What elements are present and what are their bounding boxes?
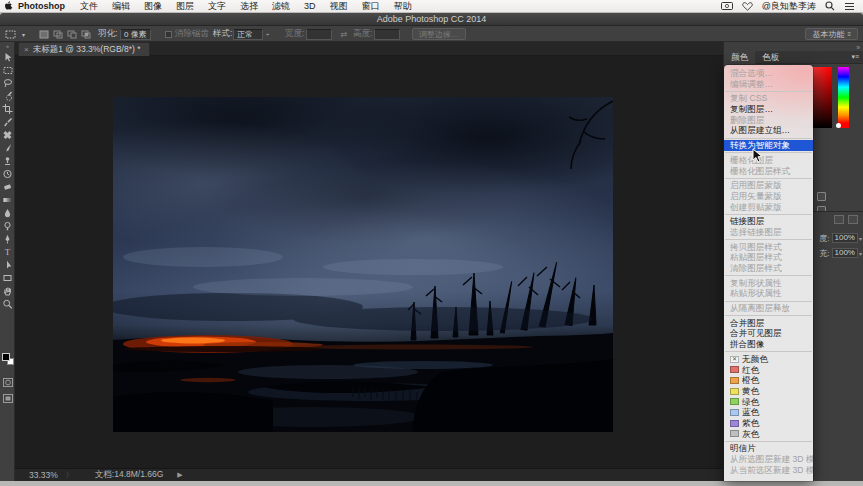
width-input[interactable] bbox=[306, 29, 332, 40]
context-menu-item-30[interactable]: 合并可见图层 bbox=[724, 328, 813, 339]
feather-input[interactable]: 0 像素 bbox=[120, 29, 151, 40]
menubar-username[interactable]: @良知塾李涛 bbox=[762, 0, 816, 13]
menubar-item-1[interactable]: 编辑 bbox=[112, 1, 130, 11]
zoom-level-field[interactable]: 33.33% bbox=[29, 470, 58, 480]
hue-ramp[interactable] bbox=[838, 67, 849, 128]
lasso-tool-icon[interactable] bbox=[0, 76, 15, 89]
gradient-tool-icon[interactable] bbox=[0, 193, 15, 206]
status-menu-arrow-icon[interactable]: ▶ bbox=[177, 471, 182, 479]
context-menu-item-40[interactable]: 灰色 bbox=[724, 429, 813, 440]
context-menu-item-6[interactable]: 从图层建立组… bbox=[724, 125, 813, 136]
context-menu-item-39[interactable]: 紫色 bbox=[724, 418, 813, 429]
marquee-preset-icon bbox=[5, 29, 16, 39]
chevron-down-icon[interactable]: ▾ bbox=[859, 235, 862, 242]
eyedropper-tool-icon[interactable] bbox=[0, 115, 15, 128]
clone-stamp-tool-icon[interactable] bbox=[0, 154, 15, 167]
refine-edge-button[interactable]: 调整边缘… bbox=[412, 28, 466, 40]
chevron-down-icon[interactable]: ▾ bbox=[859, 250, 862, 257]
layer-filter-icon[interactable] bbox=[848, 215, 858, 224]
context-menu-item-13: 启用图层蒙版 bbox=[724, 180, 813, 191]
foreground-color-swatch[interactable] bbox=[2, 353, 10, 361]
heart-icon[interactable] bbox=[742, 2, 753, 11]
mouse-cursor bbox=[752, 148, 764, 168]
context-menu-item-21: 粘贴图层样式 bbox=[724, 252, 813, 263]
selection-mode-buttons[interactable] bbox=[38, 26, 94, 42]
context-menu-item-8[interactable]: 转换为智能对象 bbox=[724, 140, 813, 151]
workspace-switcher[interactable]: 基本功能≡ bbox=[805, 28, 858, 40]
style-stepper-icon[interactable]: ÷ bbox=[266, 31, 269, 37]
zoom-tool-icon[interactable] bbox=[0, 297, 15, 310]
tool-preset-picker[interactable]: ▾ bbox=[5, 26, 25, 42]
menubar-item-9[interactable]: 窗口 bbox=[362, 1, 380, 11]
path-selection-tool-icon[interactable] bbox=[0, 258, 15, 271]
dodge-tool-icon[interactable] bbox=[0, 219, 15, 232]
canvas[interactable] bbox=[15, 56, 723, 468]
brush-tool-icon[interactable] bbox=[0, 141, 15, 154]
menubar-item-8[interactable]: 视图 bbox=[330, 1, 348, 11]
window-titlebar[interactable]: Adobe Photoshop CC 2014 bbox=[0, 13, 863, 26]
menubar-item-6[interactable]: 滤镜 bbox=[272, 1, 290, 11]
type-tool-icon[interactable]: T bbox=[0, 245, 15, 258]
new-selection-icon[interactable] bbox=[38, 29, 49, 39]
layer-filter-icon[interactable] bbox=[834, 215, 844, 224]
context-menu-item-37[interactable]: 绿色 bbox=[724, 397, 813, 408]
move-tool-icon[interactable] bbox=[0, 50, 15, 63]
spot-healing-brush-tool-icon[interactable] bbox=[0, 128, 15, 141]
context-menu-item-4[interactable]: 复制图层… bbox=[724, 104, 813, 115]
height-input[interactable] bbox=[374, 29, 400, 40]
tab-color[interactable]: 颜色 bbox=[724, 51, 755, 64]
context-menu-item-35[interactable]: 橙色 bbox=[724, 375, 813, 386]
crop-tool-icon[interactable] bbox=[0, 102, 15, 115]
context-menu-item-29[interactable]: 合并图层 bbox=[724, 318, 813, 329]
context-menu-item-34[interactable]: 红色 bbox=[724, 365, 813, 376]
menubar-item-2[interactable]: 图像 bbox=[144, 1, 162, 11]
foreground-background-swatches[interactable] bbox=[2, 353, 14, 365]
panel-menu-icon[interactable]: ▾≡ bbox=[851, 53, 863, 61]
context-menu-item-42[interactable]: 明信片 bbox=[724, 443, 813, 454]
eraser-tool-icon[interactable] bbox=[0, 180, 15, 193]
history-brush-tool-icon[interactable] bbox=[0, 167, 15, 180]
add-selection-icon[interactable] bbox=[52, 29, 63, 39]
menubar-item-4[interactable]: 文字 bbox=[208, 1, 226, 11]
context-menu-item-17[interactable]: 链接图层 bbox=[724, 216, 813, 227]
opacity-value[interactable]: 100% bbox=[832, 233, 858, 243]
adjustment-icon[interactable] bbox=[817, 192, 826, 201]
context-menu-item-38[interactable]: 蓝色 bbox=[724, 407, 813, 418]
collapse-tools-icon[interactable]: ›› bbox=[0, 42, 14, 50]
menubar-item-3[interactable]: 图层 bbox=[176, 1, 194, 11]
intersect-selection-icon[interactable] bbox=[80, 29, 91, 39]
style-select[interactable]: 正常 bbox=[233, 29, 263, 40]
menubar-app-name[interactable]: Photoshop bbox=[18, 1, 65, 11]
quick-mask-button[interactable] bbox=[0, 378, 15, 387]
link-dimensions-icon[interactable]: ⇄ bbox=[340, 26, 347, 42]
context-menu-item-33[interactable]: ✕无颜色 bbox=[724, 354, 813, 365]
hand-tool-icon[interactable] bbox=[0, 284, 15, 297]
context-menu-item-36[interactable]: 黄色 bbox=[724, 386, 813, 397]
rectangular-marquee-tool-icon[interactable] bbox=[0, 63, 15, 76]
context-menu-item-label: 编辑调整… bbox=[730, 79, 773, 90]
menubar-item-5[interactable]: 选择 bbox=[240, 1, 258, 11]
document-tab[interactable]: × 未标题1 @ 33.3%(RGB/8*) * bbox=[18, 42, 150, 56]
color-swatch-icon bbox=[730, 398, 739, 405]
pen-tool-icon[interactable] bbox=[0, 232, 15, 245]
menubar-item-10[interactable]: 帮助 bbox=[394, 1, 412, 11]
document-size-info: 文档:14.8M/1.66G bbox=[95, 469, 164, 481]
screen-mode-button[interactable] bbox=[0, 394, 15, 403]
context-menu-item-31[interactable]: 拼合图像 bbox=[724, 339, 813, 350]
notification-list-icon[interactable] bbox=[844, 2, 855, 11]
rectangle-tool-icon[interactable] bbox=[0, 271, 15, 284]
apple-menu-icon[interactable] bbox=[0, 1, 16, 12]
menu-separator bbox=[725, 275, 812, 276]
monitor-icon[interactable] bbox=[721, 2, 733, 11]
blur-tool-icon[interactable] bbox=[0, 206, 15, 219]
menubar-item-7[interactable]: 3D bbox=[304, 1, 316, 11]
fill-value[interactable]: 100% bbox=[832, 248, 858, 258]
antialias-checkbox[interactable] bbox=[165, 31, 172, 38]
tab-swatches[interactable]: 色板 bbox=[755, 51, 786, 64]
spotlight-search-icon[interactable] bbox=[825, 1, 835, 11]
subtract-selection-icon[interactable] bbox=[66, 29, 77, 39]
quick-selection-tool-icon[interactable] bbox=[0, 89, 15, 102]
collapse-panels-icon[interactable]: ›› bbox=[856, 44, 859, 51]
close-tab-icon[interactable]: × bbox=[24, 45, 29, 54]
menubar-item-0[interactable]: 文件 bbox=[80, 1, 98, 11]
